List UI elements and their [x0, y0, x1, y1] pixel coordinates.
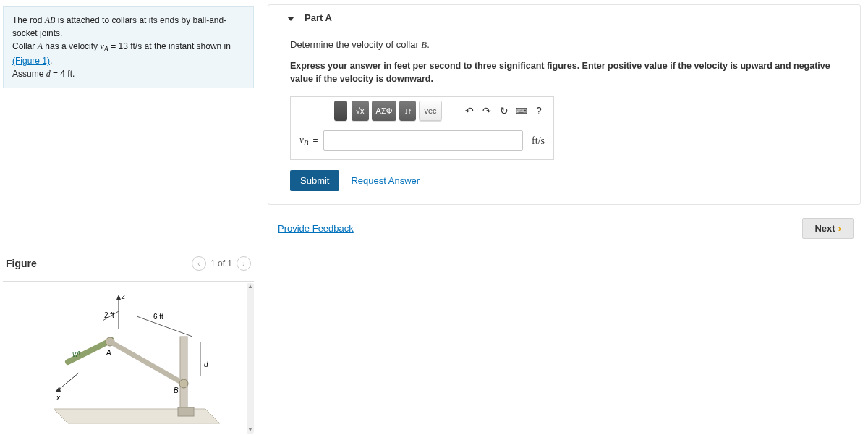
- answer-units: ft/s: [532, 133, 545, 148]
- scroll-down-icon: ▼: [247, 426, 253, 434]
- undo-button[interactable]: ↶: [462, 104, 477, 118]
- part-title: Part A: [305, 12, 332, 23]
- text: Assume: [12, 69, 46, 79]
- figure-scrollbar[interactable]: ▲ ▼: [247, 283, 254, 434]
- text: .: [50, 56, 52, 66]
- redo-button[interactable]: ↷: [480, 104, 494, 118]
- equals-sign: =: [312, 134, 318, 147]
- answer-var-label: vB: [299, 132, 308, 148]
- scroll-up-icon: ▲: [247, 283, 253, 290]
- text: = 4 ft.: [51, 69, 75, 79]
- axis-z-label: z: [121, 292, 126, 300]
- figure-prev-button[interactable]: ‹: [192, 256, 206, 271]
- greek-button[interactable]: ΑΣΦ: [372, 101, 397, 121]
- dim-2ft-label: 2 ft: [104, 311, 114, 319]
- figure-panel: Figure ‹ 1 of 1 ›: [3, 250, 254, 435]
- equation-toolbar: √x ΑΣΦ ↓↑ vec ↶ ↷ ↻ ⌨ ?: [291, 97, 553, 124]
- svg-rect-2: [178, 407, 194, 416]
- vec-button[interactable]: vec: [419, 101, 441, 121]
- text: The rod: [12, 15, 45, 25]
- sqrt-button[interactable]: √x: [352, 101, 369, 121]
- dim-6ft-label: 6 ft: [153, 313, 163, 321]
- answer-input[interactable]: [323, 130, 523, 151]
- figure-next-button[interactable]: ›: [237, 256, 251, 271]
- text: has a velocity: [43, 41, 100, 51]
- figure-title: Figure: [6, 258, 37, 269]
- help-button[interactable]: ?: [532, 104, 546, 118]
- axis-x-label: x: [56, 394, 61, 402]
- part-header[interactable]: Part A: [268, 5, 860, 30]
- reset-button[interactable]: ↻: [497, 104, 511, 118]
- figure-page-count: 1 of 1: [210, 258, 232, 269]
- text: Collar: [12, 41, 38, 51]
- svg-marker-0: [54, 409, 220, 423]
- svg-line-12: [137, 316, 192, 337]
- figure-diagram: z x 2 ft 6 ft d vA A B: [25, 286, 227, 431]
- text: = 13 ft/s at the instant shown in: [109, 41, 231, 51]
- caret-down-icon: [287, 17, 294, 21]
- part-a-card: Part A Determine the velocity of collar …: [268, 4, 861, 205]
- answer-block: √x ΑΣΦ ↓↑ vec ↶ ↷ ↻ ⌨ ? vB =: [290, 96, 554, 160]
- svg-line-5: [110, 342, 184, 384]
- var-a: A: [38, 41, 43, 51]
- dim-d-label: d: [204, 360, 208, 368]
- provide-feedback-link[interactable]: Provide Feedback: [278, 223, 354, 234]
- svg-marker-10: [55, 387, 61, 392]
- request-answer-link[interactable]: Request Answer: [351, 174, 420, 188]
- figure-link[interactable]: (Figure 1): [12, 56, 50, 66]
- svg-marker-8: [116, 295, 121, 300]
- point-a-label: A: [106, 349, 111, 357]
- templates-button[interactable]: [334, 101, 347, 121]
- svg-line-9: [57, 373, 79, 391]
- va-label: vA: [72, 350, 81, 358]
- keyboard-button[interactable]: ⌨: [514, 104, 529, 118]
- next-button[interactable]: Next›: [802, 218, 854, 239]
- chevron-right-icon: ›: [838, 223, 841, 234]
- instruction-text: Express your answer in feet per second t…: [290, 59, 838, 87]
- submit-button[interactable]: Submit: [290, 170, 339, 191]
- svg-point-6: [179, 379, 188, 388]
- point-b-label: B: [174, 387, 179, 394]
- svg-rect-1: [180, 337, 187, 409]
- figure-pager: ‹ 1 of 1 ›: [192, 256, 251, 271]
- var-ab: AB: [45, 15, 56, 25]
- sort-button[interactable]: ↓↑: [399, 101, 416, 121]
- question-text: Determine the velocity of collar B.: [290, 38, 838, 52]
- problem-statement: The rod AB is attached to collars at its…: [3, 6, 254, 88]
